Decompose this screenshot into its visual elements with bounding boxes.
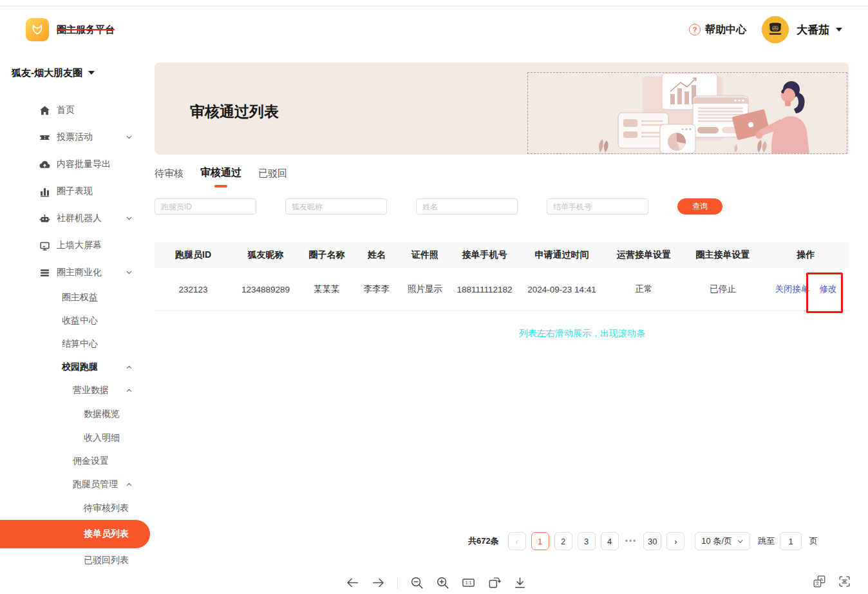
sidebar-item-label: 内容批量导出 xyxy=(57,158,111,170)
filter-input[interactable] xyxy=(416,198,518,215)
table-cell-actions: 关闭接单修改 xyxy=(763,283,849,295)
table-cell: 已停止 xyxy=(683,283,763,295)
page-button[interactable]: 1 xyxy=(531,532,549,550)
svg-text:文: 文 xyxy=(815,580,820,586)
chevron-down-icon[interactable] xyxy=(836,28,842,32)
ticket-icon xyxy=(39,131,50,143)
sidebar-item[interactable]: 内容批量导出 xyxy=(0,151,155,178)
chevron-up-icon[interactable] xyxy=(126,364,133,371)
sidebar-item[interactable]: 圈子表现 xyxy=(0,178,155,205)
circle-selector[interactable]: 狐友-烟大朋友圈 xyxy=(0,62,155,84)
sidebar-item-label: 投票活动 xyxy=(57,131,93,143)
sidebar-item[interactable]: 营业数据 xyxy=(0,379,155,402)
corner-tools: A文 xyxy=(813,575,851,588)
sidebar-item-label: 佣金设置 xyxy=(73,455,109,467)
column-header: 圈主接单设置 xyxy=(683,249,763,261)
avatar[interactable] xyxy=(762,16,789,43)
chevron-down-icon[interactable] xyxy=(126,215,133,222)
zoom-out-icon[interactable] xyxy=(410,575,424,590)
table-header-row: 跑腿员ID狐友昵称圈子名称姓名证件照接单手机号申请通过时间运营接单设置圈主接单设… xyxy=(155,242,849,268)
zoom-in-icon[interactable] xyxy=(435,575,450,590)
sidebar-item[interactable]: 结算中心 xyxy=(0,332,155,356)
sidebar-item-label: 圈子表现 xyxy=(57,186,93,197)
user-name[interactable]: 大番茄 xyxy=(797,23,829,37)
filter-input[interactable] xyxy=(285,198,387,215)
help-center-link[interactable]: ? 帮助中心 xyxy=(689,23,746,37)
sidebar-item[interactable]: 接单员列表 xyxy=(0,520,150,548)
banner-illustration xyxy=(527,72,847,154)
table-cell: 1234889289 xyxy=(232,285,299,294)
sidebar-item-label: 结算中心 xyxy=(62,338,98,350)
ocr-scan-icon[interactable] xyxy=(838,575,851,588)
chevron-up-icon[interactable] xyxy=(126,481,133,488)
scroll-annotation: 列表左右滑动展示，出现滚动条 xyxy=(235,328,868,340)
sidebar-item[interactable]: 已驳回列表 xyxy=(0,548,155,572)
filter-input[interactable] xyxy=(155,198,256,215)
sidebar-item[interactable]: 跑腿员管理 xyxy=(0,473,155,496)
sidebar-item-label: 接单员列表 xyxy=(84,528,129,540)
table-cell: 232123 xyxy=(155,285,232,294)
column-header: 运营接单设置 xyxy=(605,249,683,261)
sidebar-item[interactable]: 投票活动 xyxy=(0,124,155,151)
chevron-down-icon xyxy=(737,538,744,545)
download-icon[interactable] xyxy=(513,575,527,590)
action-link[interactable]: 修改 xyxy=(820,283,837,295)
page-button[interactable]: 2 xyxy=(554,532,572,550)
sidebar-item-label: 跑腿员管理 xyxy=(73,479,118,490)
page-button[interactable]: 3 xyxy=(578,532,596,550)
chevron-down-icon[interactable] xyxy=(126,134,133,141)
column-header: 圈子名称 xyxy=(299,249,354,261)
sidebar-item[interactable]: 圈主商业化 xyxy=(0,259,155,286)
toolbar-divider xyxy=(397,577,398,589)
translate-icon[interactable]: A文 xyxy=(813,575,826,588)
sidebar-item-label: 收益中心 xyxy=(62,315,98,327)
action-link[interactable]: 关闭接单 xyxy=(775,283,810,295)
search-button[interactable]: 查询 xyxy=(677,198,722,215)
sidebar-item[interactable]: 数据概览 xyxy=(0,402,155,426)
table-cell: 照片显示 xyxy=(399,283,451,295)
sidebar-item-label: 已驳回列表 xyxy=(84,555,129,566)
page-size-value: 10 条/页 xyxy=(701,535,732,547)
arrow-right-icon[interactable] xyxy=(371,575,386,590)
column-header: 跑腿员ID xyxy=(155,249,232,261)
arrow-left-icon[interactable] xyxy=(345,575,360,590)
robot-icon xyxy=(39,213,50,224)
prev-page-button[interactable]: ‹ xyxy=(508,532,526,550)
sidebar-item[interactable]: 校园跑腿 xyxy=(0,356,155,379)
next-page-button[interactable]: › xyxy=(666,532,684,550)
sidebar-item[interactable]: 收入明细 xyxy=(0,426,155,450)
sidebar-item-label: 社群机器人 xyxy=(57,213,102,224)
circle-selector-label: 狐友-烟大朋友圈 xyxy=(12,67,82,79)
sidebar-item[interactable]: 首页 xyxy=(0,97,155,124)
one-to-one-icon[interactable]: 1:1 xyxy=(461,575,476,590)
topbar: 圈主服务平台 ? 帮助中心 大番茄 xyxy=(0,6,868,53)
chevron-down-icon[interactable] xyxy=(126,269,133,276)
page-banner: 审核通过列表 xyxy=(155,62,849,155)
chevron-down-icon xyxy=(88,71,95,75)
sidebar-item[interactable]: 上墙大屏幕 xyxy=(0,232,155,259)
sidebar-item-label: 营业数据 xyxy=(73,385,109,396)
page-button[interactable]: 4 xyxy=(601,532,619,550)
table-cell: 188111112182 xyxy=(451,285,518,294)
brand[interactable]: 圈主服务平台 xyxy=(26,18,115,41)
tab[interactable]: 已驳回 xyxy=(258,168,287,187)
sidebar-item-label: 圈主商业化 xyxy=(57,267,102,278)
sidebar-item-label: 首页 xyxy=(57,104,75,116)
sidebar-item[interactable]: 佣金设置 xyxy=(0,450,155,473)
tab[interactable]: 审核通过 xyxy=(200,166,241,187)
page-size-select[interactable]: 10 条/页 xyxy=(695,532,750,550)
pagination-ellipsis[interactable]: ••• xyxy=(624,537,639,546)
sidebar-item[interactable]: 圈主权益 xyxy=(0,286,155,309)
sidebar-item[interactable]: 待审核列表 xyxy=(0,496,155,520)
jump-page-input[interactable] xyxy=(780,532,802,550)
table-cell: 李李李 xyxy=(354,283,399,295)
sidebar-item[interactable]: 收益中心 xyxy=(0,309,155,332)
chevron-up-icon[interactable] xyxy=(126,387,133,394)
rotate-icon[interactable] xyxy=(487,575,502,590)
app-logo-icon xyxy=(26,18,49,41)
sidebar-item[interactable]: 社群机器人 xyxy=(0,205,155,232)
tab-bar: 待审核审核通过已驳回 xyxy=(155,166,849,187)
page-button[interactable]: 30 xyxy=(643,532,661,550)
tab[interactable]: 待审核 xyxy=(155,168,184,187)
filter-input[interactable] xyxy=(547,198,648,215)
